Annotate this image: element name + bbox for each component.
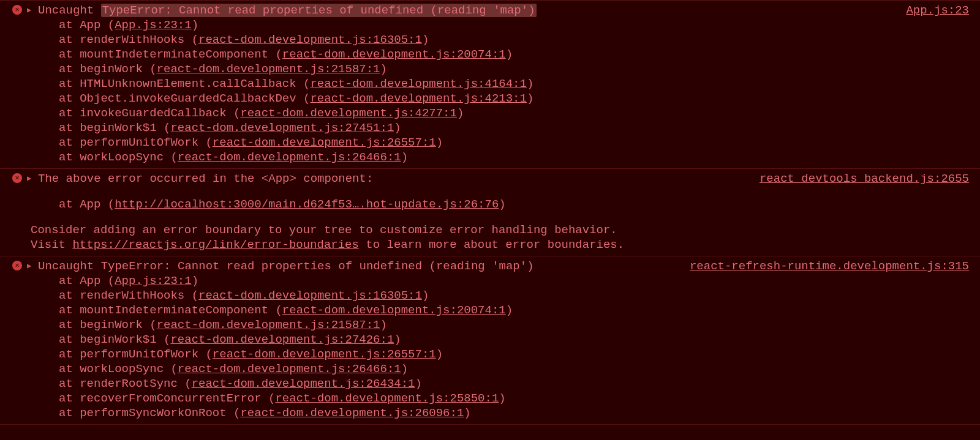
stack-frame: at performSyncWorkOnRoot (react-dom.deve… (59, 406, 980, 420)
stack-trace: at App (App.js:23:1)at renderWithHooks (… (0, 274, 980, 420)
stack-frame: at mountIndeterminateComponent (react-do… (59, 47, 980, 62)
error-icon: ✕ (12, 5, 22, 15)
error-icon: ✕ (12, 261, 22, 270)
expand-toggle[interactable]: ▶ (27, 3, 38, 15)
stack-trace: at App (App.js:23:1)at renderWithHooks (… (0, 18, 980, 165)
stack-frame: at workLoopSync (react-dom.development.j… (59, 362, 980, 376)
stack-frame: at beginWork$1 (react-dom.development.js… (59, 332, 980, 347)
stack-frame: at invokeGuardedCallback (react-dom.deve… (59, 106, 980, 121)
stack-frame-link[interactable]: react-dom.development.js:20074:1 (282, 48, 506, 61)
stack-frame: at beginWork (react-dom.development.js:2… (59, 318, 980, 332)
console-error-entry: ✕ ▶ Uncaught TypeError: Cannot read prop… (0, 0, 980, 169)
stack-frame-link[interactable]: react-dom.development.js:26466:1 (178, 151, 401, 164)
stack-trace: at App (http://localhost:3000/main.d624f… (0, 186, 980, 212)
stack-frame: at HTMLUnknownElement.callCallback (reac… (59, 76, 980, 91)
error-hint: Visit https://reactjs.org/link/error-bou… (0, 237, 980, 252)
stack-frame: at performUnitOfWork (react-dom.developm… (59, 135, 980, 150)
stack-frame: at mountIndeterminateComponent (react-do… (59, 303, 980, 318)
stack-frame: at App (http://localhost:3000/main.d624f… (59, 197, 980, 212)
stack-frame: at recoverFromConcurrentError (react-dom… (59, 391, 980, 406)
stack-frame-link[interactable]: react-dom.development.js:16305:1 (198, 33, 422, 47)
stack-frame: at renderWithHooks (react-dom.developmen… (59, 32, 980, 47)
expand-toggle[interactable]: ▶ (27, 259, 38, 270)
expand-toggle[interactable]: ▶ (27, 171, 38, 183)
stack-frame: at beginWork$1 (react-dom.development.js… (59, 121, 980, 135)
source-link[interactable]: react_devtools_backend.js:2655 (760, 172, 969, 185)
stack-frame-link[interactable]: App.js:23:1 (115, 18, 191, 32)
stack-frame-link[interactable]: react-dom.development.js:26096:1 (240, 406, 464, 420)
stack-frame-link[interactable]: react-dom.development.js:21587:1 (157, 318, 380, 332)
error-message: Uncaught TypeError: Cannot read properti… (38, 259, 680, 274)
stack-frame-link[interactable]: react-dom.development.js:27451:1 (170, 121, 394, 135)
stack-frame-link[interactable]: react-dom.development.js:20074:1 (282, 304, 506, 317)
stack-frame-link[interactable]: react-dom.development.js:4213:1 (310, 92, 526, 105)
stack-frame: at performUnitOfWork (react-dom.developm… (59, 347, 980, 362)
console-error-entry: ✕ ▶ The above error occurred in the <App… (0, 169, 980, 256)
stack-frame: at renderRootSync (react-dom.development… (59, 376, 980, 391)
stack-frame-link[interactable]: react-dom.development.js:25850:1 (275, 392, 499, 405)
stack-frame-link[interactable]: react-dom.development.js:26557:1 (213, 136, 436, 149)
stack-frame: at beginWork (react-dom.development.js:2… (59, 62, 980, 76)
error-message: Uncaught TypeError: Cannot read properti… (38, 3, 896, 18)
error-icon: ✕ (12, 173, 22, 183)
console-panel: ✕ ▶ Uncaught TypeError: Cannot read prop… (0, 0, 980, 425)
console-error-entry: ✕ ▶ Uncaught TypeError: Cannot read prop… (0, 256, 980, 425)
stack-frame-link[interactable]: react-dom.development.js:4277:1 (240, 106, 456, 120)
stack-frame-link[interactable]: react-dom.development.js:26466:1 (178, 362, 401, 376)
error-message: The above error occurred in the <App> co… (38, 171, 750, 186)
stack-frame: at workLoopSync (react-dom.development.j… (59, 150, 980, 165)
stack-frame: at App (App.js:23:1) (59, 18, 980, 32)
stack-frame-link[interactable]: react-dom.development.js:27426:1 (170, 333, 394, 346)
source-link[interactable]: App.js:23 (906, 4, 969, 17)
stack-frame: at renderWithHooks (react-dom.developmen… (59, 288, 980, 303)
stack-frame-link[interactable]: App.js:23:1 (115, 274, 191, 288)
stack-frame-link[interactable]: react-dom.development.js:26434:1 (192, 377, 415, 390)
source-link[interactable]: react-refresh-runtime.development.js:315 (690, 259, 969, 273)
stack-frame-link[interactable]: react-dom.development.js:4164:1 (310, 77, 526, 91)
error-hint: Consider adding an error boundary to you… (0, 212, 980, 237)
stack-frame-link[interactable]: http://localhost:3000/main.d624f53….hot-… (115, 198, 499, 211)
stack-frame-link[interactable]: react-dom.development.js:16305:1 (198, 289, 422, 302)
stack-frame: at App (App.js:23:1) (59, 274, 980, 288)
stack-frame-link[interactable]: react-dom.development.js:21587:1 (157, 62, 380, 76)
stack-frame-link[interactable]: react-dom.development.js:26557:1 (213, 348, 436, 361)
docs-link[interactable]: https://reactjs.org/link/error-boundarie… (72, 238, 358, 252)
stack-frame: at Object.invokeGuardedCallbackDev (reac… (59, 91, 980, 106)
